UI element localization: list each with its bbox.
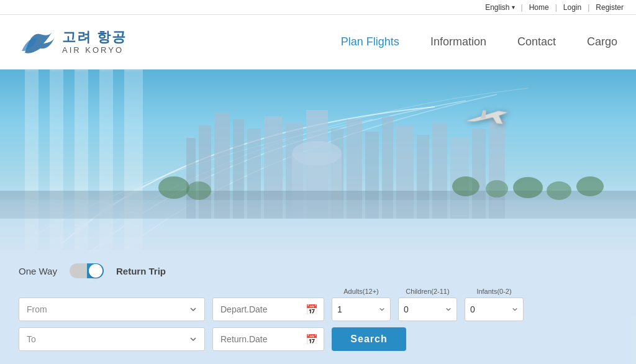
svg-point-26 bbox=[547, 181, 571, 200]
trip-toggle: One Way Return Trip bbox=[19, 263, 617, 278]
infants-label: Infants(0-2) bbox=[465, 288, 524, 295]
divider3: | bbox=[588, 3, 589, 12]
language-selector[interactable]: English ▾ bbox=[485, 3, 514, 12]
children-item: Children(2-11) 0 1 2 bbox=[398, 288, 457, 321]
language-label: English bbox=[485, 3, 509, 12]
logo[interactable]: 고려 항공 AIR KORYO bbox=[19, 25, 127, 59]
infants-select[interactable]: 0 1 bbox=[465, 298, 524, 321]
nav-cargo[interactable]: Cargo bbox=[587, 32, 617, 52]
infants-item: Infants(0-2) 0 1 bbox=[465, 288, 524, 321]
airplane-icon bbox=[461, 105, 513, 137]
nav-contact[interactable]: Contact bbox=[517, 32, 556, 52]
search-fields: From To 📅 📅 Adults(12+) 1 bbox=[19, 288, 617, 351]
adults-select[interactable]: 1 2 3 bbox=[332, 298, 391, 321]
passenger-selects: Adults(12+) 1 2 3 Children(2-11) 0 1 2 bbox=[332, 288, 524, 321]
home-link[interactable]: Home bbox=[529, 3, 549, 12]
svg-point-22 bbox=[186, 181, 211, 200]
return-date-input[interactable] bbox=[212, 327, 324, 351]
svg-point-21 bbox=[158, 176, 189, 199]
origin-destination-group: From To bbox=[19, 298, 205, 351]
svg-point-27 bbox=[576, 176, 604, 196]
logo-text: 고려 항공 AIR KORYO bbox=[62, 29, 127, 55]
one-way-label: One Way bbox=[19, 266, 57, 276]
logo-bird-icon bbox=[19, 25, 56, 59]
hero-banner bbox=[0, 70, 636, 250]
svg-point-25 bbox=[513, 177, 543, 198]
search-button[interactable]: Search bbox=[332, 327, 406, 351]
toggle-knob bbox=[89, 264, 102, 278]
adults-item: Adults(12+) 1 2 3 bbox=[332, 288, 391, 321]
from-select[interactable]: From bbox=[19, 298, 205, 321]
divider1: | bbox=[521, 3, 523, 12]
children-label: Children(2-11) bbox=[398, 288, 457, 295]
to-select[interactable]: To bbox=[19, 327, 205, 351]
main-nav: Plan Flights Information Contact Cargo bbox=[341, 32, 617, 52]
login-link[interactable]: Login bbox=[563, 3, 581, 12]
return-date-wrap: 📅 bbox=[212, 327, 324, 351]
hero-reflection bbox=[0, 200, 636, 250]
depart-date-input[interactable] bbox=[212, 298, 324, 321]
depart-date-wrap: 📅 bbox=[212, 298, 324, 321]
header: 고려 항공 AIR KORYO Plan Flights Information… bbox=[0, 15, 636, 70]
dates-group: 📅 📅 bbox=[212, 298, 324, 351]
adults-label: Adults(12+) bbox=[332, 288, 391, 295]
svg-point-24 bbox=[486, 180, 508, 198]
top-bar: English ▾ | Home | Login | Register bbox=[0, 0, 636, 15]
nav-information[interactable]: Information bbox=[430, 32, 486, 52]
logo-english: AIR KORYO bbox=[62, 45, 127, 55]
passengers-group: Adults(12+) 1 2 3 Children(2-11) 0 1 2 bbox=[332, 288, 524, 351]
search-button-wrap: Search bbox=[332, 327, 524, 351]
return-trip-label: Return Trip bbox=[116, 266, 166, 276]
svg-point-23 bbox=[452, 176, 479, 196]
language-dropdown-arrow: ▾ bbox=[512, 4, 515, 11]
svg-point-19 bbox=[292, 141, 342, 166]
trip-type-toggle[interactable] bbox=[70, 263, 104, 278]
children-select[interactable]: 0 1 2 bbox=[398, 298, 457, 321]
logo-korean: 고려 항공 bbox=[62, 29, 127, 45]
divider2: | bbox=[555, 3, 557, 12]
register-link[interactable]: Register bbox=[596, 3, 624, 12]
nav-plan-flights[interactable]: Plan Flights bbox=[341, 32, 399, 52]
search-panel: One Way Return Trip From To 📅 📅 bbox=[0, 250, 636, 364]
